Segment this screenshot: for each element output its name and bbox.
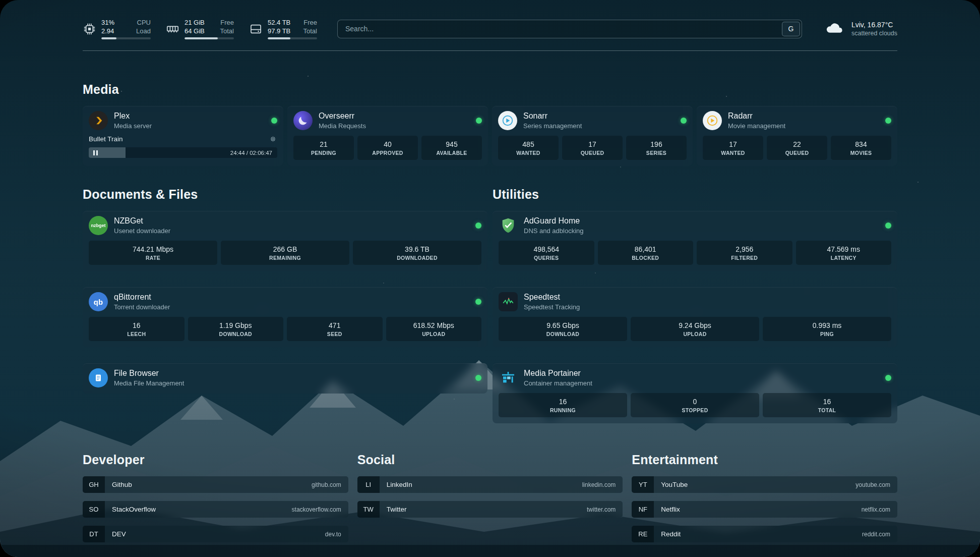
stat-label: QUERIES: [534, 255, 559, 261]
weather-condition: scattered clouds: [851, 29, 897, 37]
bookmark-name: StackOverflow: [105, 501, 163, 518]
bookmark-url: reddit.com: [862, 526, 897, 542]
stat-value: 16: [559, 398, 567, 406]
bookmark-name: Netflix: [654, 501, 687, 518]
stat-value: 834: [855, 140, 867, 148]
stat-box: 498,564 QUERIES: [499, 241, 594, 265]
disk-icon: [249, 22, 263, 36]
status-dot: [885, 118, 891, 124]
status-dot: [885, 375, 891, 381]
stat-box: 39.6 TB DOWNLOADED: [353, 241, 481, 265]
stat-value: 39.6 TB: [405, 245, 430, 253]
portainer-icon: [499, 368, 518, 387]
service-description: Series management: [523, 122, 582, 130]
service-card-filebrowser[interactable]: File Browser Media File Management: [83, 363, 487, 394]
stat-label: PENDING: [311, 150, 336, 156]
section-title-utilities: Utilities: [493, 187, 897, 202]
section-title-documents: Documents & Files: [83, 187, 487, 202]
stat-label: AVAILABLE: [436, 150, 467, 156]
stat-box: 86,401 BLOCKED: [598, 241, 694, 265]
stat-label: DOWNLOADED: [397, 255, 438, 261]
service-card-overseerr[interactable]: Overseerr Media Requests 21 PENDING 40 A…: [287, 106, 488, 166]
search-provider-button[interactable]: G: [782, 22, 800, 36]
bookmark-github[interactable]: GH Github github.com: [83, 476, 348, 493]
service-card-adguard[interactable]: AdGuard Home DNS and adblocking 498,564 …: [493, 211, 897, 271]
status-dot: [475, 299, 481, 305]
stat-label: DOWNLOAD: [546, 331, 579, 337]
filebrowser-icon: [89, 368, 108, 387]
bookmark-youtube[interactable]: YT YouTube youtube.com: [632, 476, 897, 493]
speedtest-icon: [499, 292, 518, 311]
service-card-qbittorrent[interactable]: qb qBittorrent Torrent downloader 16: [83, 287, 487, 347]
stat-label: RATE: [146, 255, 160, 261]
stat-box: 21 PENDING: [293, 136, 354, 160]
bookmark-dev[interactable]: DT DEV dev.to: [83, 526, 348, 542]
bookmark-url: github.com: [312, 476, 348, 493]
service-name: Radarr: [728, 111, 785, 121]
radarr-icon: [703, 111, 722, 130]
stat-label: DOWNLOAD: [219, 331, 252, 337]
stat-box: 744.21 Mbps RATE: [89, 241, 217, 265]
stat-label: PING: [820, 331, 834, 337]
bookmark-linkedin[interactable]: LI LinkedIn linkedin.com: [357, 476, 623, 493]
stat-label: QUEUED: [581, 150, 604, 156]
status-dot: [271, 118, 277, 124]
stat-value: 17: [588, 140, 596, 148]
service-card-radarr[interactable]: Radarr Movie management 17 WANTED 22 QUE…: [697, 106, 897, 166]
stat-value: 266 GB: [273, 245, 297, 253]
bookmark-group-entertainment: Entertainment YT YouTube youtube.com NF …: [632, 453, 897, 542]
bookmark-reddit[interactable]: RE Reddit reddit.com: [632, 526, 897, 542]
stat-value: 9.65 Gbps: [546, 321, 579, 329]
cpu-load-label: Load: [136, 27, 151, 35]
stat-box: 485 WANTED: [498, 136, 559, 160]
stat-value: 744.21 Mbps: [133, 245, 173, 253]
bookmark-abbr: GH: [83, 476, 105, 493]
cpu-progress-bar: [101, 37, 151, 39]
stat-value: 498,564: [533, 245, 559, 253]
section-title-social: Social: [357, 453, 623, 467]
bookmark-url: stackoverflow.com: [292, 501, 348, 518]
memory-total: 64 GiB: [185, 27, 205, 35]
stat-box: 266 GB REMAINING: [221, 241, 349, 265]
section-title-media: Media: [83, 82, 897, 97]
service-card-sonarr[interactable]: Sonarr Series management 485 WANTED 17 Q…: [492, 106, 693, 166]
bookmark-netflix[interactable]: NF Netflix netflix.com: [632, 501, 897, 518]
stat-value: 16: [823, 398, 831, 406]
stat-label: APPROVED: [372, 150, 403, 156]
bookmark-url: youtube.com: [855, 476, 897, 493]
bookmark-url: dev.to: [325, 526, 348, 542]
bookmark-url: linkedin.com: [582, 476, 623, 493]
search-input[interactable]: [337, 20, 802, 38]
pause-icon[interactable]: [93, 150, 98, 155]
stat-box: 40 APPROVED: [357, 136, 418, 160]
disk-total: 97.9 TB: [268, 27, 290, 35]
cpu-percent: 31%: [101, 18, 114, 27]
stat-label: QUEUED: [785, 150, 809, 156]
stat-label: UPLOAD: [422, 331, 445, 337]
bookmark-abbr: LI: [357, 476, 380, 493]
stat-label: LEECH: [127, 331, 146, 337]
service-description: Usenet downloader: [114, 227, 170, 235]
stat-value: 945: [446, 140, 457, 148]
service-name: NZBGet: [114, 216, 170, 226]
stat-label: REMAINING: [269, 255, 301, 261]
service-description: Media Requests: [319, 122, 366, 130]
gear-icon[interactable]: [269, 135, 277, 143]
service-description: Speedtest Tracking: [524, 303, 580, 311]
bookmark-twitter[interactable]: TW Twitter twitter.com: [357, 501, 623, 518]
stat-label: RUNNING: [550, 407, 576, 413]
service-card-speedtest[interactable]: Speedtest Speedtest Tracking 9.65 Gbps D…: [493, 287, 897, 347]
service-description: DNS and adblocking: [524, 227, 584, 235]
playback-progress-bar[interactable]: 24:44 / 02:06:47: [89, 147, 277, 158]
service-description: Media server: [114, 122, 152, 130]
status-dot: [476, 118, 482, 124]
bookmark-stackoverflow[interactable]: SO StackOverflow stackoverflow.com: [83, 501, 348, 518]
status-dot: [475, 375, 481, 381]
service-card-plex[interactable]: Plex Media server Bullet Train: [83, 106, 283, 166]
status-dot: [475, 222, 481, 229]
service-card-nzbget[interactable]: nzbget NZBGet Usenet downloader 744.21 M…: [83, 211, 487, 271]
stat-box: 618.52 Mbps UPLOAD: [386, 317, 482, 341]
service-card-portainer[interactable]: Media Portainer Container management 16 …: [493, 363, 897, 423]
service-description: Movie management: [728, 122, 785, 130]
stat-box: 196 SERIES: [626, 136, 687, 160]
